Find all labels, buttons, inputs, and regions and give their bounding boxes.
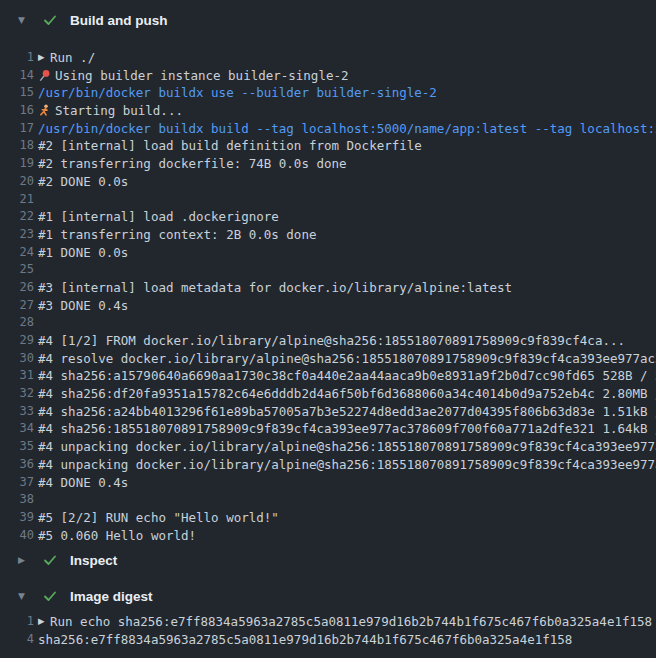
log-text-value: #4 sha256:a15790640a6690aa1730c38cf0a440… bbox=[38, 367, 656, 385]
line-number[interactable]: 18 bbox=[0, 137, 34, 155]
line-number[interactable]: 33 bbox=[0, 403, 34, 421]
line-number[interactable]: 38 bbox=[0, 491, 34, 509]
line-number[interactable]: 34 bbox=[0, 420, 34, 438]
log-text-value: #4 sha256:a24bb4013296f61e89ba57005a7b3e… bbox=[38, 403, 656, 421]
section-header-digest[interactable]: ▼Image digest bbox=[0, 586, 656, 606]
log-line: 23#1 transferring context: 2B 0.0s done bbox=[0, 226, 656, 244]
line-number[interactable]: 1 bbox=[0, 613, 34, 631]
log-text: Starting build... bbox=[38, 102, 183, 120]
log-line: 35#4 unpacking docker.io/library/alpine@… bbox=[0, 438, 656, 456]
log-text-value: #4 unpacking docker.io/library/alpine@sh… bbox=[38, 456, 656, 474]
log-text: #5 [2/2] RUN echo "Hello world!" bbox=[38, 509, 279, 527]
log-text-value: #1 DONE 0.0s bbox=[38, 244, 128, 262]
log-text: #4 sha256:df20fa9351a15782c64e6dddb2d4a6… bbox=[38, 385, 656, 403]
line-number[interactable]: 20 bbox=[0, 173, 34, 191]
expand-run-icon[interactable]: ▶ bbox=[38, 49, 50, 67]
log-line: 1▶Run echo sha256:e7ff8834a5963a2785c5a0… bbox=[0, 613, 656, 631]
log-text: #4 sha256:185518070891758909c9f839cf4ca3… bbox=[38, 420, 656, 438]
log-text: #5 0.060 Hello world! bbox=[38, 527, 196, 545]
line-number[interactable]: 32 bbox=[0, 385, 34, 403]
log-line: 38 bbox=[0, 491, 656, 509]
log-text-value: #4 [1/2] FROM docker.io/library/alpine@s… bbox=[38, 332, 625, 350]
log-line: 24#1 DONE 0.0s bbox=[0, 244, 656, 262]
line-number[interactable]: 37 bbox=[0, 474, 34, 492]
log-text: /usr/bin/docker buildx use --builder bui… bbox=[38, 84, 437, 102]
chevron-down-icon[interactable]: ▼ bbox=[18, 16, 28, 25]
line-number[interactable]: 31 bbox=[0, 367, 34, 385]
chevron-down-icon[interactable]: ▼ bbox=[18, 592, 28, 601]
line-number[interactable]: 14 bbox=[0, 67, 34, 85]
log-text-value: /usr/bin/docker buildx use --builder bui… bbox=[38, 84, 437, 102]
line-number[interactable]: 21 bbox=[0, 191, 34, 209]
log-text: #2 [internal] load build definition from… bbox=[38, 137, 422, 155]
line-number[interactable]: 24 bbox=[0, 244, 34, 262]
log-text-value: #1 transferring context: 2B 0.0s done bbox=[38, 226, 316, 244]
log-line: 37#4 DONE 0.4s bbox=[0, 474, 656, 492]
log-line: 1▶Run ./ bbox=[0, 49, 656, 67]
log-text: ▶Run ./ bbox=[38, 49, 95, 67]
log-line: 22#1 [internal] load .dockerignore bbox=[0, 208, 656, 226]
log-line: 26#3 [internal] load metadata for docker… bbox=[0, 279, 656, 297]
line-number[interactable]: 36 bbox=[0, 456, 34, 474]
line-number[interactable]: 22 bbox=[0, 208, 34, 226]
log-text: #4 [1/2] FROM docker.io/library/alpine@s… bbox=[38, 332, 625, 350]
line-number[interactable]: 4 bbox=[0, 631, 34, 649]
log-text-value: #4 sha256:185518070891758909c9f839cf4ca3… bbox=[38, 420, 656, 438]
line-number[interactable]: 26 bbox=[0, 279, 34, 297]
log-line: 14Using builder instance builder-single-… bbox=[0, 67, 656, 85]
log-line: 25 bbox=[0, 261, 656, 279]
log-text-value: #5 [2/2] RUN echo "Hello world!" bbox=[38, 509, 279, 527]
log-text-value: Run echo sha256:e7ff8834a5963a2785c5a081… bbox=[50, 613, 652, 631]
log-text: #1 transferring context: 2B 0.0s done bbox=[38, 226, 316, 244]
log-line: 36#4 unpacking docker.io/library/alpine@… bbox=[0, 456, 656, 474]
section-digest: ▼Image digest1▶Run echo sha256:e7ff8834a… bbox=[0, 586, 656, 648]
line-number[interactable]: 1 bbox=[0, 49, 34, 67]
line-number[interactable]: 40 bbox=[0, 527, 34, 545]
log-text: sha256:e7ff8834a5963a2785c5a0811e979d16b… bbox=[38, 631, 572, 649]
line-number[interactable]: 15 bbox=[0, 84, 34, 102]
line-number[interactable]: 27 bbox=[0, 297, 34, 315]
line-number[interactable]: 30 bbox=[0, 350, 34, 368]
log-line: 40#5 0.060 Hello world! bbox=[0, 527, 656, 545]
log-text-value: #3 DONE 0.4s bbox=[38, 297, 128, 315]
log-line: 15/usr/bin/docker buildx use --builder b… bbox=[0, 84, 656, 102]
line-number[interactable]: 35 bbox=[0, 438, 34, 456]
line-number[interactable]: 17 bbox=[0, 120, 34, 138]
section-header-inspect[interactable]: ▶Inspect bbox=[0, 550, 656, 570]
check-icon bbox=[42, 12, 58, 28]
runner-icon bbox=[38, 104, 51, 117]
log-text: #2 transferring dockerfile: 74B 0.0s don… bbox=[38, 155, 347, 173]
section-inspect: ▶Inspect bbox=[0, 550, 656, 570]
section-build: ▼Build and push1▶Run ./14Using builder i… bbox=[0, 10, 656, 544]
actions-log-viewer: ▼Build and push1▶Run ./14Using builder i… bbox=[0, 10, 656, 649]
section-header-build[interactable]: ▼Build and push bbox=[0, 10, 656, 30]
line-number[interactable]: 25 bbox=[0, 261, 34, 279]
line-number[interactable]: 16 bbox=[0, 102, 34, 120]
expand-run-icon[interactable]: ▶ bbox=[38, 613, 50, 631]
line-number[interactable]: 28 bbox=[0, 314, 34, 332]
line-number[interactable]: 29 bbox=[0, 332, 34, 350]
log-text-value: #4 sha256:df20fa9351a15782c64e6dddb2d4a6… bbox=[38, 385, 656, 403]
log-text: Using builder instance builder-single-2 bbox=[38, 67, 349, 85]
pushpin-icon bbox=[38, 69, 51, 82]
log-block-build: 1▶Run ./14Using builder instance builder… bbox=[0, 30, 656, 544]
log-text: #2 DONE 0.0s bbox=[38, 173, 128, 191]
log-text: ▶Run echo sha256:e7ff8834a5963a2785c5a08… bbox=[38, 613, 652, 631]
log-text: #3 DONE 0.4s bbox=[38, 297, 128, 315]
log-text: #4 unpacking docker.io/library/alpine@sh… bbox=[38, 438, 656, 456]
log-line: 17/usr/bin/docker buildx build --tag loc… bbox=[0, 120, 656, 138]
line-number[interactable]: 19 bbox=[0, 155, 34, 173]
log-text-value: #2 DONE 0.0s bbox=[38, 173, 128, 191]
chevron-right-icon[interactable]: ▶ bbox=[18, 556, 28, 565]
log-block-digest: 1▶Run echo sha256:e7ff8834a5963a2785c5a0… bbox=[0, 606, 656, 648]
log-text: /usr/bin/docker buildx build --tag local… bbox=[38, 120, 656, 138]
section-label: Image digest bbox=[70, 589, 153, 604]
log-line: 18#2 [internal] load build definition fr… bbox=[0, 137, 656, 155]
log-text-value: Using builder instance builder-single-2 bbox=[55, 67, 349, 85]
log-line: 28 bbox=[0, 314, 656, 332]
check-icon bbox=[42, 552, 58, 568]
line-number[interactable]: 39 bbox=[0, 509, 34, 527]
line-number[interactable]: 23 bbox=[0, 226, 34, 244]
log-line: 19#2 transferring dockerfile: 74B 0.0s d… bbox=[0, 155, 656, 173]
log-text-value: #4 unpacking docker.io/library/alpine@sh… bbox=[38, 438, 656, 456]
